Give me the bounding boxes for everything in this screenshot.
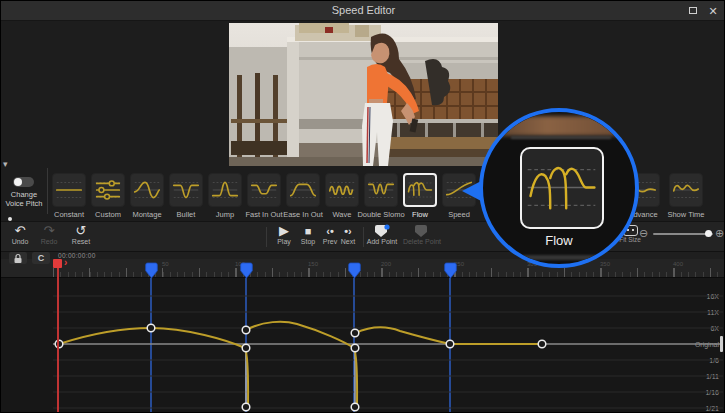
timeline-zoom-slider: ⊖ ⊕: [639, 227, 725, 241]
preset-label-montage: Montage: [117, 210, 177, 219]
close-icon[interactable]: ✕: [706, 5, 720, 17]
ruler-label: 400: [673, 261, 683, 267]
preset-wave[interactable]: [325, 173, 359, 207]
preset-label-double-slomo: Double Slomo: [351, 210, 411, 219]
timeline-ruler[interactable]: [1, 259, 725, 278]
lock-icon: [12, 253, 24, 264]
keyframe-pin[interactable]: [145, 262, 158, 279]
preset-show-time[interactable]: [669, 173, 703, 207]
voice-pitch-toggle[interactable]: [13, 177, 34, 187]
keyframe-pin[interactable]: [240, 262, 253, 279]
video-frame-art: [229, 23, 498, 166]
toggle-knob: [14, 178, 22, 186]
add-point-button[interactable]: Add Point: [360, 224, 404, 245]
clip-end-handle[interactable]: [720, 336, 723, 352]
preset-label-jump: Jump: [195, 210, 255, 219]
callout-preset-label: Flow: [483, 233, 635, 248]
cycle-button[interactable]: C: [32, 252, 50, 264]
preset-label-bullet: Bullet: [156, 210, 216, 219]
preset-ease-in-out[interactable]: [286, 173, 320, 207]
magnified-separator: [523, 255, 599, 260]
preset-label-flow: Flow: [390, 210, 450, 219]
reset-icon: ↺: [59, 224, 103, 238]
preset-montage[interactable]: [130, 173, 164, 207]
ruler-label: 350: [600, 261, 610, 267]
curve-control-point[interactable]: [351, 403, 359, 411]
preset-label-ease-in-out: Ease In Out: [273, 210, 333, 219]
delete-point-button[interactable]: Delete Point: [400, 224, 444, 245]
reset-button[interactable]: ↺ Reset: [59, 224, 103, 245]
flow-magnifier-callout: Flow: [479, 108, 639, 268]
preset-constant[interactable]: [52, 173, 86, 207]
playhead-handle[interactable]: [53, 259, 62, 268]
preset-label-speed: Speed: [429, 210, 489, 219]
ruler-label: 150: [308, 261, 318, 267]
curve-control-point[interactable]: [351, 344, 359, 352]
ruler-label: 50: [162, 261, 169, 267]
preset-label-wave: Wave: [312, 210, 372, 219]
title-bar: Speed Editor ✕: [1, 1, 725, 21]
curve-control-point[interactable]: [147, 324, 155, 332]
curve-control-point[interactable]: [351, 329, 359, 337]
timeline-header: [1, 251, 725, 259]
add-point-icon: [360, 224, 404, 238]
curve-control-point[interactable]: [242, 403, 250, 411]
zoom-slider-track[interactable]: [653, 233, 713, 235]
preset-double-slomo[interactable]: [364, 173, 398, 207]
curve-control-point[interactable]: [538, 340, 546, 348]
lock-button[interactable]: [9, 252, 27, 264]
window-title: Speed Editor: [1, 4, 725, 16]
collapse-panel-icon[interactable]: ▾: [3, 159, 8, 169]
curve-control-point[interactable]: [242, 326, 250, 334]
preset-flow[interactable]: [403, 173, 437, 207]
ruler-label: 200: [381, 261, 391, 267]
keyframe-pin[interactable]: [444, 262, 457, 279]
curve-control-point[interactable]: [446, 340, 454, 348]
preset-label-custom: Custom: [78, 210, 138, 219]
magnified-video-edge: [491, 116, 631, 136]
preset-label-fast-in-out: Fast In Out: [234, 210, 294, 219]
zoom-slider-handle[interactable]: [705, 230, 712, 237]
zoom-in-icon[interactable]: ⊕: [715, 227, 724, 240]
preset-bullet[interactable]: [169, 173, 203, 207]
preset-fast-in-out[interactable]: [247, 173, 281, 207]
speed-editor-window: Speed Editor ✕: [0, 0, 725, 413]
speed-curve-canvas[interactable]: [1, 278, 725, 413]
preset-custom[interactable]: [91, 173, 125, 207]
zoom-out-icon[interactable]: ⊖: [639, 227, 648, 240]
preset-label-show-time: Show Time: [656, 210, 716, 219]
panel-divider: [47, 168, 48, 214]
delete-point-icon: [400, 224, 444, 238]
video-preview: [229, 23, 498, 166]
voice-pitch-label: Change Voice Pitch: [1, 190, 47, 208]
playhead-line[interactable]: [57, 259, 59, 413]
curve-control-point[interactable]: [242, 344, 250, 352]
keyframe-pin[interactable]: [348, 262, 361, 279]
playhead-chevron-icon: ›: [64, 257, 67, 268]
flow-preset-magnified: [520, 147, 604, 229]
maximize-icon[interactable]: [686, 5, 700, 17]
preset-jump[interactable]: [208, 173, 242, 207]
preset-label-constant: Constant: [39, 210, 99, 219]
magnified-border-line: [511, 136, 611, 139]
